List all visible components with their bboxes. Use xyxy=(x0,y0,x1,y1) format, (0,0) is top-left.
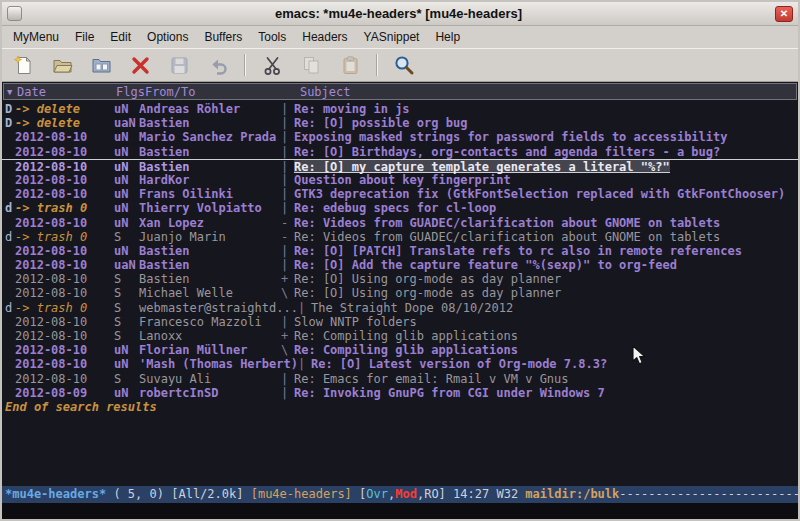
column-header-flags[interactable]: Flgs xyxy=(116,85,145,99)
column-header-from[interactable]: From/To xyxy=(145,85,287,99)
modeline-modified: Mod xyxy=(395,487,417,501)
paste-icon xyxy=(340,55,361,76)
msg-flags: S xyxy=(114,329,139,343)
menu-tools[interactable]: Tools xyxy=(250,26,294,48)
toolbar-cut-button[interactable] xyxy=(259,52,285,78)
msg-from: Bastien xyxy=(139,244,281,258)
msg-subject: Re: Videos from GUADEC/clarification abo… xyxy=(294,216,720,230)
message-row[interactable]: 2012-08-10SFrancesco Mazzoli|Slow NNTP f… xyxy=(2,315,798,329)
msg-thread: | xyxy=(281,130,294,144)
message-row[interactable]: 2012-08-10uNFlorian Müllner\Re: Compilin… xyxy=(2,343,798,357)
msg-from: Lanoxx xyxy=(139,329,281,343)
message-row[interactable]: d-> trash 0uNThierry Volpiatto|Re: edebu… xyxy=(2,201,798,215)
msg-from: Bastien xyxy=(139,272,281,286)
menu-edit[interactable]: Edit xyxy=(102,26,139,48)
toolbar-search-button[interactable] xyxy=(391,52,417,78)
message-row[interactable]: 2012-08-10SLanoxx+Re: Compiling glib app… xyxy=(2,329,798,343)
message-row[interactable]: 2012-08-09uNrobertcInSD|Re: Invoking Gnu… xyxy=(2,386,798,400)
msg-mark xyxy=(5,272,15,286)
toolbar-directory-button[interactable] xyxy=(88,52,114,78)
close-button[interactable]: ✕ xyxy=(775,6,793,22)
menu-buffers[interactable]: Buffers xyxy=(196,26,250,48)
msg-subject: Re: [O] Birthdays, org-contacts and agen… xyxy=(294,145,720,159)
column-header-date[interactable]: Date xyxy=(17,85,116,99)
menu-headers[interactable]: Headers xyxy=(294,26,355,48)
header-line: ▼ Date Flgs From/To Subject xyxy=(3,83,797,100)
msg-flags: uN xyxy=(114,145,139,159)
msg-mark xyxy=(5,386,15,400)
message-row[interactable]: d-> trash 0Swebmaster@straightd...|The S… xyxy=(2,301,798,315)
menu-yasnippet[interactable]: YASnippet xyxy=(356,26,428,48)
toolbar-save-button[interactable] xyxy=(166,52,192,78)
msg-thread: | xyxy=(281,116,294,130)
menu-mymenu[interactable]: MyMenu xyxy=(5,26,67,48)
menu-options[interactable]: Options xyxy=(139,26,196,48)
toolbar-copy-button[interactable] xyxy=(298,52,324,78)
toolbar-kill-buffer-button[interactable] xyxy=(127,52,153,78)
msg-subject: Re: Compiling glib applications xyxy=(294,329,518,343)
msg-thread: | xyxy=(281,201,294,215)
msg-flags: S xyxy=(114,272,139,286)
message-row[interactable]: 2012-08-10uNMario Sanchez Prada|Exposing… xyxy=(2,130,798,144)
msg-mark xyxy=(5,315,15,329)
msg-subject: Re: [O] Using org-mode as day planner xyxy=(294,286,561,300)
search-icon xyxy=(393,54,415,76)
msg-subject: Re: [O] Latest version of Org-mode 7.8.3… xyxy=(311,357,607,371)
modeline[interactable]: *mu4e-headers* ( 5, 0) [All/2.0k] [mu4e-… xyxy=(2,486,798,503)
msg-thread: | xyxy=(298,301,311,315)
msg-date: 2012-08-10 xyxy=(15,372,114,386)
message-row[interactable]: D-> deleteuNAndreas Röhler|Re: moving in… xyxy=(2,102,798,116)
msg-date: 2012-08-10 xyxy=(15,244,114,258)
msg-date: 2012-08-10 xyxy=(15,343,114,357)
echo-area xyxy=(2,503,798,519)
message-row[interactable]: 2012-08-10uNBastien|Re: [O] Birthdays, o… xyxy=(2,145,798,159)
msg-mark xyxy=(5,372,15,386)
msg-thread: - xyxy=(281,230,294,244)
buffer-area[interactable]: ▼ Date Flgs From/To Subject D-> deleteuN… xyxy=(2,82,798,486)
toolbar-separator xyxy=(244,54,246,76)
message-row[interactable]: 2012-08-10uNHardKor|Question about key f… xyxy=(2,173,798,187)
message-row[interactable]: 2012-08-10SMichael Welle\Re: [O] Using o… xyxy=(2,286,798,300)
msg-flags: S xyxy=(114,315,139,329)
msg-subject: Re: [O] my capture template generates a … xyxy=(294,160,670,173)
message-row[interactable]: 2012-08-10SBastien+Re: [O] Using org-mod… xyxy=(2,272,798,286)
msg-thread: | xyxy=(281,258,294,272)
msg-mark xyxy=(5,160,15,173)
msg-from: 'Mash (Thomas Herbert) xyxy=(139,357,298,371)
modeline-time: 14:27 xyxy=(453,487,489,501)
message-row[interactable]: 2012-08-10uaNBastien|Re: [O] Add the cap… xyxy=(2,258,798,272)
msg-from: robertcInSD xyxy=(139,386,281,400)
message-row[interactable]: 2012-08-10uNFrans Oilinki|GTK3 deprecati… xyxy=(2,187,798,201)
msg-mark: d xyxy=(5,301,15,315)
titlebar[interactable]: emacs: *mu4e-headers* [mu4e-headers] ✕ xyxy=(2,2,798,26)
message-row[interactable]: 2012-08-10uNXan Lopez-Re: Videos from GU… xyxy=(2,216,798,230)
message-row[interactable]: 2012-08-10uN'Mash (Thomas Herbert)|Re: [… xyxy=(2,357,798,371)
toolbar-open-file-button[interactable] xyxy=(49,52,75,78)
msg-from: Florian Müllner xyxy=(139,343,281,357)
msg-subject: Exposing masked strings for password fie… xyxy=(294,130,727,144)
message-row[interactable]: 2012-08-10uNBastien|Re: [O] [PATCH] Tran… xyxy=(2,244,798,258)
msg-subject: Re: [O] Using org-mode as day planner xyxy=(294,272,561,286)
msg-subject: Re: [O] possible org bug xyxy=(294,116,467,130)
message-row[interactable]: D-> deleteuaNBastien|Re: [O] possible or… xyxy=(2,116,798,130)
toolbar-undo-button[interactable] xyxy=(205,52,231,78)
msg-flags: uN xyxy=(114,244,139,258)
msg-mark xyxy=(5,329,15,343)
window-title: emacs: *mu4e-headers* [mu4e-headers] xyxy=(27,6,770,21)
column-header-subject[interactable]: Subject xyxy=(300,85,351,99)
sort-direction-icon[interactable]: ▼ xyxy=(7,87,17,97)
toolbar-paste-button[interactable] xyxy=(337,52,363,78)
message-row[interactable]: 2012-08-10uNBastien|Re: [O] my capture t… xyxy=(2,159,798,173)
msg-mark xyxy=(5,216,15,230)
msg-flags: uaN xyxy=(114,116,139,130)
menu-file[interactable]: File xyxy=(67,26,102,48)
message-row[interactable]: 2012-08-10SSuvayu Ali|Re: Emacs for emai… xyxy=(2,372,798,386)
msg-mark: D xyxy=(5,116,15,130)
msg-thread: | xyxy=(281,187,294,201)
toolbar-new-file-button[interactable] xyxy=(10,52,36,78)
message-row[interactable]: d-> trash 0SJuanjo Marin-Re: Videos from… xyxy=(2,230,798,244)
msg-mark xyxy=(5,187,15,201)
msg-thread: | xyxy=(298,357,311,371)
msg-mark xyxy=(5,343,15,357)
menu-help[interactable]: Help xyxy=(427,26,468,48)
